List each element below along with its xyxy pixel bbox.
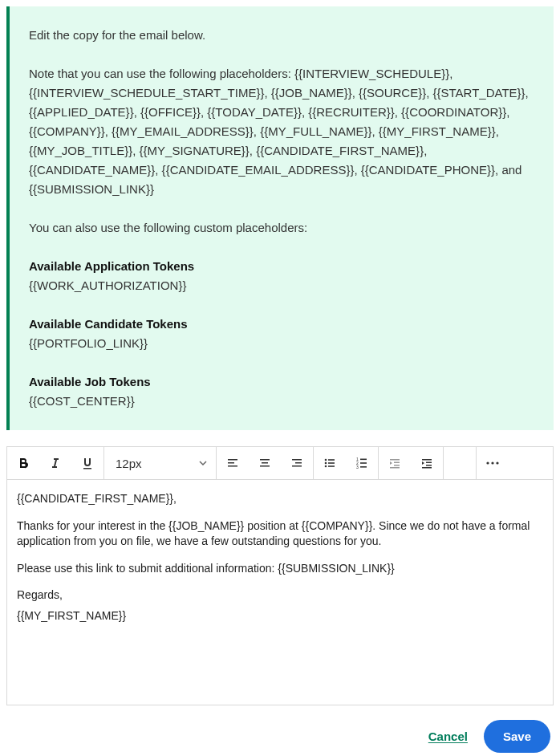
svg-rect-7 — [360, 459, 367, 461]
unordered-list-button[interactable] — [314, 447, 346, 479]
italic-button[interactable] — [39, 447, 71, 479]
svg-point-13 — [491, 461, 493, 464]
cand-tokens-heading: Available Candidate Tokens — [29, 317, 188, 331]
svg-point-0 — [325, 459, 327, 461]
editor-line: Please use this link to submit additiona… — [17, 561, 543, 577]
svg-rect-9 — [360, 462, 367, 464]
underline-button[interactable] — [71, 447, 103, 479]
job-tokens-list: {{COST_CENTER}} — [29, 392, 534, 411]
svg-point-4 — [325, 465, 327, 468]
align-right-icon — [290, 457, 303, 469]
svg-rect-5 — [328, 465, 335, 467]
svg-point-14 — [496, 461, 498, 464]
svg-rect-1 — [328, 459, 335, 461]
svg-point-2 — [325, 462, 327, 465]
chevron-down-icon — [198, 457, 208, 470]
font-size-value: 12px — [116, 457, 142, 470]
ordered-list-button[interactable]: 123 — [346, 447, 378, 479]
underline-icon — [81, 457, 94, 469]
align-left-icon — [226, 457, 239, 469]
horizontal-rule-button[interactable] — [444, 447, 476, 479]
editor-line: {{CANDIDATE_FIRST_NAME}}, — [17, 491, 543, 507]
info-custom-intro: You can also use the following custom pl… — [29, 218, 534, 238]
align-left-button[interactable] — [217, 447, 249, 479]
svg-point-12 — [486, 461, 489, 464]
cancel-button[interactable]: Cancel — [428, 730, 468, 743]
more-options-button[interactable] — [477, 447, 509, 479]
save-button[interactable]: Save — [484, 720, 550, 753]
indent-icon — [420, 457, 433, 469]
info-panel: Edit the copy for the email below. Note … — [6, 6, 554, 430]
app-tokens-list: {{WORK_AUTHORIZATION}} — [29, 276, 534, 295]
rich-text-editor: 12px — [6, 446, 554, 705]
editor-content-area[interactable]: {{CANDIDATE_FIRST_NAME}}, Thanks for you… — [7, 480, 553, 705]
bold-icon — [17, 457, 30, 469]
indent-button[interactable] — [411, 447, 443, 479]
bold-button[interactable] — [7, 447, 39, 479]
action-bar: Cancel Save — [6, 705, 554, 756]
ordered-list-icon: 123 — [355, 457, 368, 469]
editor-line: Thanks for your interest in the {{JOB_NA… — [17, 518, 543, 550]
align-center-button[interactable] — [249, 447, 281, 479]
font-size-select[interactable]: 12px — [104, 447, 217, 479]
italic-icon — [49, 457, 62, 469]
svg-rect-11 — [360, 466, 367, 468]
unordered-list-icon — [323, 457, 336, 469]
align-right-button[interactable] — [281, 447, 313, 479]
editor-toolbar: 12px — [7, 447, 553, 480]
editor-line: Regards, — [17, 587, 543, 604]
info-placeholders: Note that you can use the following plac… — [29, 64, 534, 199]
cand-tokens-list: {{PORTFOLIO_LINK}} — [29, 334, 534, 353]
svg-rect-3 — [328, 462, 335, 464]
align-center-icon — [258, 457, 271, 469]
more-icon — [485, 457, 500, 469]
info-intro: Edit the copy for the email below. — [29, 26, 534, 45]
outdent-icon — [388, 457, 401, 469]
outdent-button[interactable] — [379, 447, 411, 479]
job-tokens-heading: Available Job Tokens — [29, 375, 151, 388]
app-tokens-heading: Available Application Tokens — [29, 259, 194, 273]
editor-line: {{MY_FIRST_NAME}} — [17, 608, 543, 624]
svg-text:3: 3 — [356, 465, 359, 469]
